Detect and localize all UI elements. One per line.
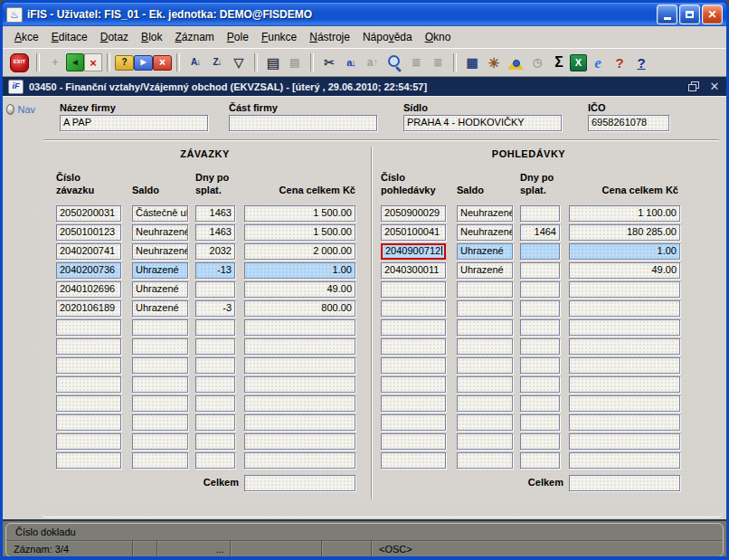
pohledavky-row-4-cell-2[interactable]: Uhrazené — [457, 262, 513, 279]
filter-icon[interactable]: ▽ — [228, 52, 250, 73]
zavazky-row-6-cell-2[interactable]: Uhrazené — [132, 300, 188, 317]
pohledavky-row-11-cell-3[interactable] — [520, 395, 560, 412]
zavazky-row-1-cell-4[interactable]: 1 500.00 — [244, 205, 355, 222]
zavazky-row-7-cell-1[interactable] — [56, 319, 121, 336]
zavazky-row-11-cell-4[interactable] — [244, 395, 355, 412]
cancel-query-icon[interactable]: × — [153, 55, 172, 71]
pohledavky-row-6-cell-4[interactable] — [569, 300, 680, 317]
pohledavky-row-9-cell-4[interactable] — [569, 357, 680, 374]
zavazky-row-12-cell-4[interactable] — [244, 414, 355, 431]
zavazky-row-2-cell-1[interactable]: 2050100123 — [56, 224, 121, 241]
zavazky-row-7-cell-2[interactable] — [132, 319, 188, 336]
zavazky-row-1-cell-3[interactable]: 1463 — [195, 205, 235, 222]
find-icon[interactable] — [383, 52, 405, 73]
menu-item-akce[interactable]: Akce — [8, 28, 45, 46]
print-icon[interactable]: ▤ — [262, 52, 284, 73]
zavazky-row-7-cell-4[interactable] — [244, 319, 355, 336]
pohledavky-row-14-cell-2[interactable] — [457, 452, 513, 469]
pohledavky-row-9-cell-2[interactable] — [457, 357, 513, 374]
menu-item-pole[interactable]: Pole — [221, 28, 255, 46]
menu-item-funkce[interactable]: Funkce — [255, 28, 303, 46]
pohledavky-row-13-cell-3[interactable] — [520, 433, 560, 450]
pohledavky-celkem-field[interactable] — [569, 475, 680, 491]
zavazky-row-9-cell-1[interactable] — [56, 357, 121, 374]
zavazky-row-12-cell-2[interactable] — [132, 414, 188, 431]
zavazky-row-11-cell-3[interactable] — [195, 395, 235, 412]
pohledavky-row-12-cell-2[interactable] — [457, 414, 513, 431]
cast-firmy-field[interactable] — [229, 115, 377, 131]
pohledavky-row-4-cell-3[interactable] — [520, 262, 560, 279]
zavazky-row-6-cell-1[interactable]: 2020106189 — [56, 300, 121, 317]
pohledavky-row-6-cell-1[interactable] — [381, 300, 446, 317]
prism-icon[interactable] — [505, 52, 526, 73]
excel-export-icon[interactable]: X — [570, 54, 587, 71]
zavazky-row-4-cell-4[interactable]: 1.00 — [244, 262, 355, 279]
zavazky-row-11-cell-2[interactable] — [132, 395, 188, 412]
zavazky-row-5-cell-1[interactable]: 2040102696 — [56, 281, 121, 298]
sidlo-field[interactable]: PRAHA 4 - HODKOVIČKY — [403, 115, 562, 131]
help-icon[interactable]: ? — [630, 52, 652, 73]
pohledavky-row-2-cell-4[interactable]: 180 285.00 — [569, 224, 680, 241]
zavazky-row-4-cell-3[interactable]: -13 — [195, 262, 235, 279]
menu-item-napoveda[interactable]: Nápověda — [356, 28, 419, 46]
menu-item-editace[interactable]: Editace — [45, 28, 94, 46]
zavazky-row-14-cell-2[interactable] — [132, 452, 188, 469]
pohledavky-row-13-cell-4[interactable] — [569, 433, 680, 450]
pohledavky-row-13-cell-2[interactable] — [457, 433, 513, 450]
pohledavky-row-10-cell-1[interactable] — [381, 376, 446, 393]
pohledavky-row-5-cell-1[interactable] — [381, 281, 446, 298]
zavazky-row-7-cell-3[interactable] — [195, 319, 235, 336]
zavazky-row-5-cell-2[interactable]: Uhrazené — [132, 281, 188, 298]
execute-query-icon[interactable]: ▶ — [134, 55, 153, 71]
pohledavky-row-10-cell-2[interactable] — [457, 376, 513, 393]
pohledavky-row-4-cell-1[interactable]: 2040300011 — [381, 262, 446, 279]
pohledavky-row-6-cell-3[interactable] — [520, 300, 560, 317]
sum-icon[interactable]: Σ — [548, 52, 570, 73]
mdi-close-button[interactable]: ✕ — [708, 81, 721, 92]
pohledavky-row-7-cell-3[interactable] — [520, 319, 560, 336]
zavazky-celkem-field[interactable] — [244, 475, 355, 491]
zavazky-row-8-cell-2[interactable] — [132, 338, 188, 355]
zavazky-row-8-cell-3[interactable] — [195, 338, 235, 355]
pohledavky-row-8-cell-4[interactable] — [569, 338, 680, 355]
menu-item-blok[interactable]: Blok — [135, 28, 168, 46]
pohledavky-row-5-cell-4[interactable] — [569, 281, 680, 298]
copy-icon[interactable]: a↓ — [340, 52, 362, 73]
zavazky-row-8-cell-1[interactable] — [56, 338, 121, 355]
pohledavky-row-1-cell-1[interactable]: 2050900029 — [381, 205, 446, 222]
pohledavky-row-14-cell-3[interactable] — [520, 452, 560, 469]
zavazky-row-11-cell-1[interactable] — [56, 395, 121, 412]
pohledavky-row-2-cell-3[interactable]: 1464 — [520, 224, 560, 241]
commit-save-icon[interactable]: ◄ — [66, 53, 84, 71]
navigator-icon[interactable]: ✳ — [483, 52, 505, 73]
pohledavky-row-3-cell-4[interactable]: 1.00 — [569, 243, 680, 260]
delete-record-icon[interactable]: × — [84, 53, 102, 71]
pohledavky-row-12-cell-3[interactable] — [520, 414, 560, 431]
zavazky-row-8-cell-4[interactable] — [244, 338, 355, 355]
nazev-firmy-field[interactable]: A PAP — [60, 115, 208, 131]
minimize-button[interactable] — [657, 5, 677, 24]
pohledavky-row-7-cell-2[interactable] — [457, 319, 513, 336]
pohledavky-row-10-cell-3[interactable] — [520, 376, 560, 393]
exit-button[interactable]: EXIT — [10, 53, 29, 72]
zavazky-row-2-cell-2[interactable]: Neuhrazené — [132, 224, 188, 241]
zavazky-row-3-cell-1[interactable]: 2040200741 — [56, 243, 121, 260]
pohledavky-row-5-cell-3[interactable] — [520, 281, 560, 298]
pohledavky-row-1-cell-3[interactable] — [520, 205, 560, 222]
pohledavky-row-7-cell-1[interactable] — [381, 319, 446, 336]
zavazky-row-5-cell-3[interactable] — [195, 281, 235, 298]
close-button[interactable]: ✕ — [702, 5, 723, 24]
zavazky-row-2-cell-3[interactable]: 1463 — [195, 224, 235, 241]
pohledavky-row-4-cell-4[interactable]: 49.00 — [569, 262, 680, 279]
menu-item-nastroje[interactable]: Nástroje — [303, 28, 356, 46]
pohledavky-row-5-cell-2[interactable] — [457, 281, 513, 298]
pohledavky-row-10-cell-4[interactable] — [569, 376, 680, 393]
pohledavky-row-1-cell-4[interactable]: 1 100.00 — [569, 205, 680, 222]
zavazky-row-14-cell-3[interactable] — [195, 452, 235, 469]
zavazky-row-5-cell-4[interactable]: 49.00 — [244, 281, 355, 298]
pohledavky-row-3-cell-1[interactable]: 2040900712 — [381, 243, 446, 260]
browser-icon[interactable]: e — [587, 52, 609, 73]
zavazky-row-4-cell-2[interactable]: Uhrazené — [132, 262, 188, 279]
pohledavky-row-12-cell-1[interactable] — [381, 414, 446, 431]
zavazky-row-2-cell-4[interactable]: 1 500.00 — [244, 224, 355, 241]
